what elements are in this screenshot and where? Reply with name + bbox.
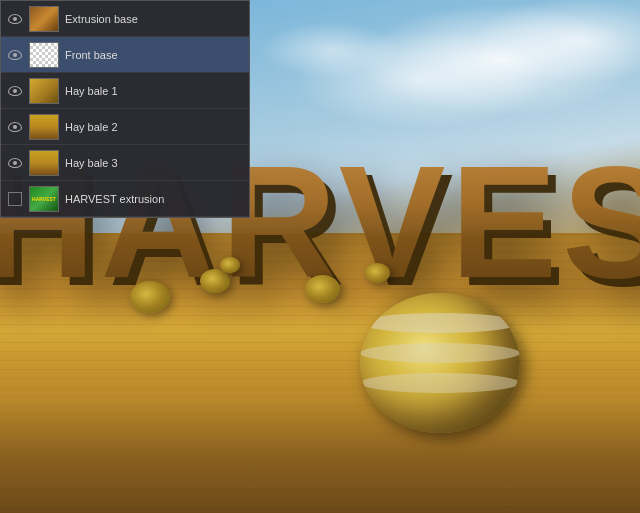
layer-thumbnail-harvest-extrusion: HARVEST [29,186,59,212]
hay-bale-bg-5 [220,257,240,273]
hay-bale-wrap-1 [360,313,520,333]
layer-name-hay-bale-2: Hay bale 2 [65,121,243,133]
layer-name-hay-bale-1: Hay bale 1 [65,85,243,97]
layer-item-harvest-extrusion[interactable]: HARVESTHARVEST extrusion [1,181,249,217]
hay-bale-wrap-3 [360,373,520,393]
layer-thumbnail-hay-bale-1 [29,78,59,104]
layer-item-extrusion-base[interactable]: Extrusion base [1,1,249,37]
eye-icon-extrusion-base[interactable] [7,11,23,27]
hay-bale-bg-4 [305,275,340,303]
eye-icon-front-base[interactable] [7,47,23,63]
eye-icon-hay-bale-2[interactable] [7,119,23,135]
layer-item-hay-bale-1[interactable]: Hay bale 1 [1,73,249,109]
layers-panel: Extrusion baseFront baseHay bale 1Hay ba… [0,0,250,218]
layer-thumbnail-hay-bale-2 [29,114,59,140]
layer-name-front-base: Front base [65,49,243,61]
main-canvas: HARVEST. Extrusion baseFront baseHay bal… [0,0,640,513]
layer-thumbnail-front-base [29,42,59,68]
hay-bale-main [360,293,520,433]
layer-item-hay-bale-2[interactable]: Hay bale 2 [1,109,249,145]
eye-icon-hay-bale-1[interactable] [7,83,23,99]
layer-name-extrusion-base: Extrusion base [65,13,243,25]
hay-bale-body [360,293,520,433]
layer-thumbnail-hay-bale-3 [29,150,59,176]
thumb-harvest-label: HARVEST [32,196,56,202]
visibility-checkbox[interactable] [8,192,22,206]
layer-thumbnail-extrusion-base [29,6,59,32]
thumb-checker [30,43,58,67]
layer-name-harvest-extrusion: HARVEST extrusion [65,193,243,205]
eye-visible-icon [8,14,22,24]
hay-bale-bg-2 [200,269,230,293]
hay-bale-bg-1 [130,281,170,313]
layer-item-front-base[interactable]: Front base [1,37,249,73]
eye-icon-hay-bale-3[interactable] [7,155,23,171]
checkbox-harvest-extrusion[interactable] [7,191,23,207]
eye-visible-icon [8,122,22,132]
eye-visible-icon [8,158,22,168]
hay-bale-bg-3 [365,263,390,283]
layer-item-hay-bale-3[interactable]: Hay bale 3 [1,145,249,181]
hay-bale-wrap-2 [360,343,520,363]
eye-visible-icon [8,50,22,60]
layer-name-hay-bale-3: Hay bale 3 [65,157,243,169]
eye-visible-icon [8,86,22,96]
